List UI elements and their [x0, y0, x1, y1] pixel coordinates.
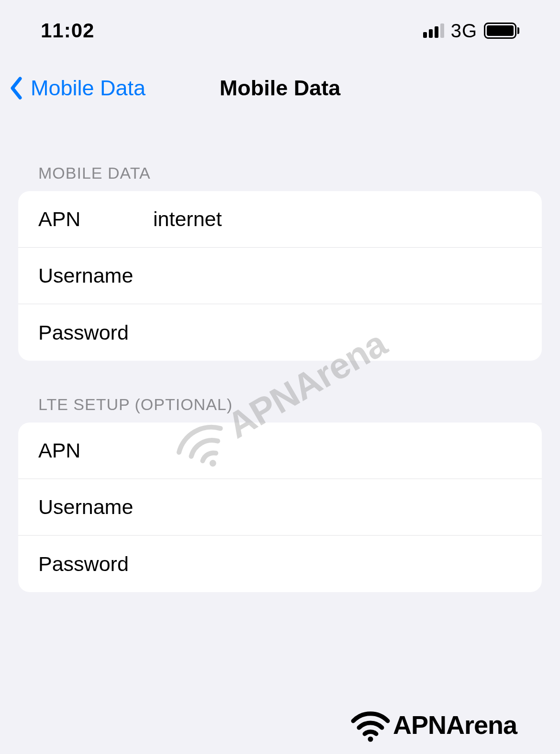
status-bar: 11:02 3G: [0, 0, 560, 57]
back-button[interactable]: Mobile Data: [10, 76, 146, 101]
password-input[interactable]: [153, 321, 522, 344]
status-time: 11:02: [41, 19, 94, 42]
username-input[interactable]: [153, 264, 522, 287]
section-header-mobile-data: MOBILE DATA: [18, 129, 542, 191]
setting-label-username: Username: [38, 264, 153, 287]
lte-apn-input[interactable]: [153, 439, 522, 462]
apn-input[interactable]: [153, 207, 522, 231]
chevron-left-icon: [10, 77, 23, 100]
section-group-lte-setup: APN Username Password: [18, 423, 542, 592]
setting-row-apn[interactable]: APN: [18, 191, 542, 248]
setting-row-username[interactable]: Username: [18, 248, 542, 304]
setting-label-lte-username: Username: [38, 495, 153, 519]
setting-row-lte-username[interactable]: Username: [18, 479, 542, 536]
section-group-mobile-data: APN Username Password: [18, 191, 542, 361]
wifi-icon: [350, 708, 391, 742]
watermark-bottom-text: APNArena: [393, 710, 517, 740]
content-area: MOBILE DATA APN Username Password LTE SE…: [0, 129, 560, 592]
svg-point-1: [368, 737, 373, 742]
setting-row-lte-apn[interactable]: APN: [18, 423, 542, 479]
setting-label-apn: APN: [38, 207, 153, 231]
watermark-bottom: APNArena: [350, 708, 517, 742]
setting-label-lte-password: Password: [38, 552, 153, 576]
status-indicators: 3G: [423, 20, 519, 42]
setting-label-lte-apn: APN: [38, 439, 153, 462]
navigation-bar: Mobile Data Mobile Data: [0, 57, 560, 129]
setting-row-password[interactable]: Password: [18, 304, 542, 361]
cellular-signal-icon: [423, 23, 444, 38]
battery-icon: [484, 23, 519, 39]
network-type-label: 3G: [451, 20, 477, 42]
back-button-label: Mobile Data: [31, 76, 146, 101]
setting-row-lte-password[interactable]: Password: [18, 536, 542, 592]
lte-username-input[interactable]: [153, 495, 522, 519]
page-title: Mobile Data: [220, 76, 341, 101]
section-header-lte-setup: LTE SETUP (OPTIONAL): [18, 361, 542, 423]
lte-password-input[interactable]: [153, 552, 522, 576]
setting-label-password: Password: [38, 321, 153, 344]
